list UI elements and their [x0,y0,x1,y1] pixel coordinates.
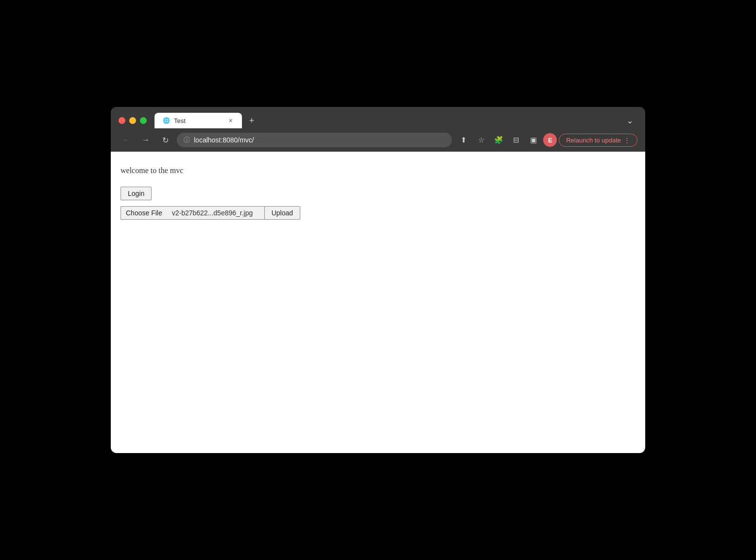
minimize-button[interactable] [129,117,136,124]
toolbar-actions: ⬆ ☆ 🧩 ⊟ ▣ E Relaunch to update ⋮ [456,132,637,148]
toolbar: ← → ↻ ⓘ localhost:8080/mvc/ ⬆ ☆ 🧩 ⊟ ▣ E … [111,128,645,152]
tab-search-button[interactable]: ⊟ [508,132,524,148]
active-tab[interactable]: 🌐 Test ✕ [155,113,242,128]
login-button[interactable]: Login [120,187,152,200]
address-text: localhost:8080/mvc/ [194,136,445,144]
tabs-area: 🌐 Test ✕ + [155,113,619,128]
tab-favicon-icon: 🌐 [162,117,170,124]
upload-button[interactable]: Upload [264,206,300,220]
tab-dropdown-button[interactable]: ⌄ [622,113,637,128]
welcome-text: welcome to the mvc [120,166,636,175]
share-button[interactable]: ⬆ [456,132,471,148]
close-button[interactable] [119,117,125,124]
back-button[interactable]: ← [119,132,134,148]
login-section: Login [120,187,636,206]
address-bar[interactable]: ⓘ localhost:8080/mvc/ [177,133,452,147]
page-content: welcome to the mvc Login Choose File v2-… [111,152,645,453]
tab-title: Test [174,117,223,124]
file-name-label: v2-b27b622...d5e896_r.jpg [167,206,264,220]
choose-file-button[interactable]: Choose File [120,206,167,220]
more-options-icon: ⋮ [624,137,630,144]
tab-close-icon[interactable]: ✕ [226,117,234,124]
traffic-lights [119,117,147,124]
reload-button[interactable]: ↻ [157,132,173,148]
file-upload-row: Choose File v2-b27b622...d5e896_r.jpg Up… [120,206,636,220]
browser-window: 🌐 Test ✕ + ⌄ ← → ↻ ⓘ localhost:8080/mvc/… [111,107,645,453]
forward-button[interactable]: → [138,132,154,148]
bookmark-button[interactable]: ☆ [473,132,489,148]
security-icon: ⓘ [184,136,190,144]
title-bar: 🌐 Test ✕ + ⌄ [111,107,645,128]
maximize-button[interactable] [140,117,147,124]
relaunch-button[interactable]: Relaunch to update ⋮ [559,134,637,147]
relaunch-label: Relaunch to update [566,137,621,144]
new-tab-button[interactable]: + [244,113,259,128]
profile-button[interactable]: E [543,133,557,147]
extensions-button[interactable]: 🧩 [491,132,506,148]
sidebar-button[interactable]: ▣ [526,132,541,148]
